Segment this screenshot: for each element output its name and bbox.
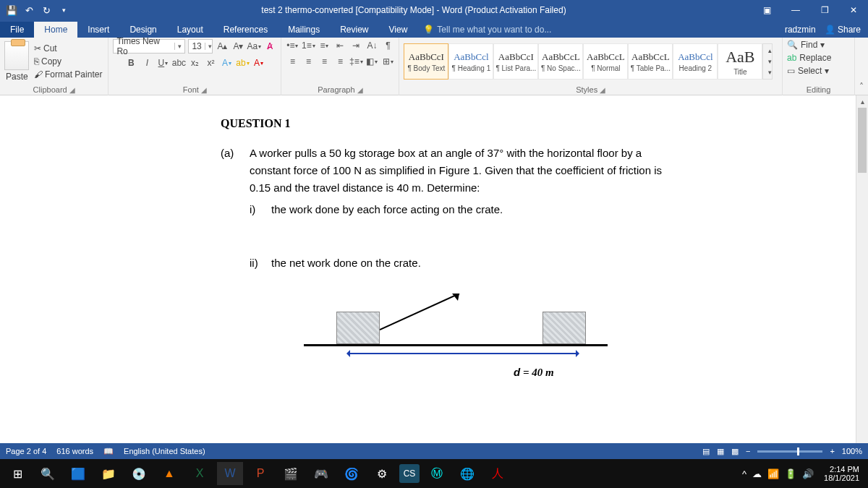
grow-font-icon[interactable]: A▴ [216,40,229,53]
font-size-combo[interactable]: 13▾ [188,39,213,53]
taskbar-app-game[interactable]: 🎮 [308,462,334,485]
tab-review[interactable]: Review [330,22,378,38]
highlight-icon[interactable]: ab [236,56,249,69]
style-table-paragraph[interactable]: AaBbCcL¶ Table Pa... [628,43,673,80]
style-heading-2[interactable]: AaBbCclHeading 2 [673,43,718,80]
cut-button[interactable]: ✂ Cut [33,43,104,53]
account-name[interactable]: radzmin [785,25,816,35]
shading-icon[interactable]: ◧ [365,55,378,68]
increase-indent-icon[interactable]: ⇥ [349,39,362,52]
language-indicator[interactable]: English (United States) [124,447,205,455]
zoom-out-button[interactable]: − [746,447,750,455]
taskbar-app-m[interactable]: Ⓜ [424,462,450,485]
italic-button[interactable]: I [140,56,153,69]
tab-file[interactable]: File [0,22,34,38]
zoom-level[interactable]: 100% [842,447,862,455]
align-right-icon[interactable]: ≡ [318,55,331,68]
scroll-thumb[interactable] [858,108,867,173]
superscript-button[interactable]: x² [204,56,217,69]
styles-expand-icon[interactable]: ▾ [763,68,776,77]
vlc-icon[interactable]: ▲ [156,462,182,485]
word-icon[interactable]: W [217,462,243,485]
show-marks-icon[interactable]: ¶ [381,39,394,52]
search-icon[interactable]: 🔍 [35,462,61,485]
change-case-icon[interactable]: Aa [247,40,260,53]
strikethrough-button[interactable]: abc [172,56,185,69]
style-heading-1[interactable]: AaBbCcl¶ Heading 1 [448,43,493,80]
taskbar-app-cs[interactable]: CS [399,464,420,483]
share-button[interactable]: 👤 Share [825,25,861,35]
undo-icon[interactable]: ↶ [22,3,36,17]
print-layout-icon[interactable]: ▦ [717,447,724,456]
scroll-up-icon[interactable]: ▴ [856,95,868,108]
chrome-icon[interactable]: 🌐 [454,462,480,485]
bold-button[interactable]: B [124,56,137,69]
justify-icon[interactable]: ≡ [333,55,346,68]
subscript-button[interactable]: x₂ [188,56,201,69]
zoom-slider[interactable] [757,450,822,453]
onedrive-icon[interactable]: ☁ [752,468,762,479]
style-normal[interactable]: AaBbCcL¶ Normal [583,43,628,80]
read-mode-icon[interactable]: ▤ [702,447,710,456]
ribbon-options-icon[interactable]: ▣ [752,0,781,20]
file-explorer-icon[interactable]: 📁 [95,462,122,485]
text-effects-icon[interactable]: A [220,56,233,69]
tell-me-box[interactable]: 💡 Tell me what you want to do... [423,25,551,38]
taskbar-app-spiral[interactable]: 🌀 [339,462,365,485]
underline-button[interactable]: U [156,56,169,69]
copy-button[interactable]: ⎘ Copy [33,56,104,67]
decrease-indent-icon[interactable]: ⇤ [333,39,346,52]
tab-mailings[interactable]: Mailings [278,22,330,38]
taskbar-app-1[interactable]: 🟦 [65,462,91,485]
tray-overflow-icon[interactable]: ^ [742,468,746,479]
steam-icon[interactable]: ⚙ [369,462,395,485]
styles-scroll-down-icon[interactable]: ▾ [763,56,776,66]
font-name-combo[interactable]: Times New Ro▾ [113,39,185,53]
shrink-font-icon[interactable]: A▾ [231,40,244,53]
powerpoint-icon[interactable]: P [247,462,273,485]
proofing-icon[interactable]: 📖 [103,447,114,456]
multilevel-list-icon[interactable]: ≡ [318,39,331,52]
vertical-scrollbar[interactable]: ▴ ▾ [856,95,868,472]
line-spacing-icon[interactable]: ‡≡ [349,55,362,68]
wifi-icon[interactable]: 📶 [767,468,779,479]
tab-design[interactable]: Design [119,22,166,38]
document-area[interactable]: QUESTION 1 (a) A worker pulls a 50 kg st… [0,95,856,472]
qat-customize-icon[interactable]: ▾ [56,3,71,17]
taskbar-app-video[interactable]: 🎬 [278,462,304,485]
maximize-button[interactable]: ❐ [810,0,839,20]
bullets-icon[interactable]: •≡ [286,39,299,52]
replace-button[interactable]: ab Replace [787,52,831,64]
zoom-in-button[interactable]: + [830,447,834,455]
taskbar-app-media[interactable]: 💿 [126,462,152,485]
style-list-paragraph[interactable]: AaBbCcI¶ List Para... [493,43,538,80]
style-no-spacing[interactable]: AaBbCcL¶ No Spac... [538,43,583,80]
acrobat-icon[interactable]: 人 [485,462,511,485]
borders-icon[interactable]: ⊞ [381,55,394,68]
style-title[interactable]: AaBTitle [718,43,762,80]
clear-formatting-icon[interactable]: A̷ [263,40,276,53]
start-button[interactable]: ⊞ [4,462,30,485]
numbering-icon[interactable]: 1≡ [302,39,315,52]
tab-view[interactable]: View [379,22,418,38]
volume-icon[interactable]: 🔊 [802,468,814,479]
close-button[interactable]: ✕ [839,0,868,20]
select-button[interactable]: ▭ Select ▾ [787,65,829,77]
font-color-icon[interactable]: A [252,56,265,69]
save-icon[interactable]: 💾 [4,3,19,17]
align-center-icon[interactable]: ≡ [302,55,315,68]
style-body-text[interactable]: AaBbCcI¶ Body Text [404,43,448,80]
tab-layout[interactable]: Layout [167,22,213,38]
battery-icon[interactable]: 🔋 [785,468,796,479]
tab-home[interactable]: Home [34,22,77,38]
find-button[interactable]: 🔍 Find ▾ [787,39,825,51]
minimize-button[interactable]: — [781,0,810,20]
page-indicator[interactable]: Page 2 of 4 [6,447,46,455]
redo-icon[interactable]: ↻ [39,3,54,17]
tab-references[interactable]: References [213,22,278,38]
tab-insert[interactable]: Insert [77,22,119,38]
styles-scroll-up-icon[interactable]: ▴ [763,46,776,55]
align-left-icon[interactable]: ≡ [286,55,299,68]
excel-icon[interactable]: X [187,462,213,485]
dialog-launcher-icon[interactable]: ◢ [201,86,207,94]
